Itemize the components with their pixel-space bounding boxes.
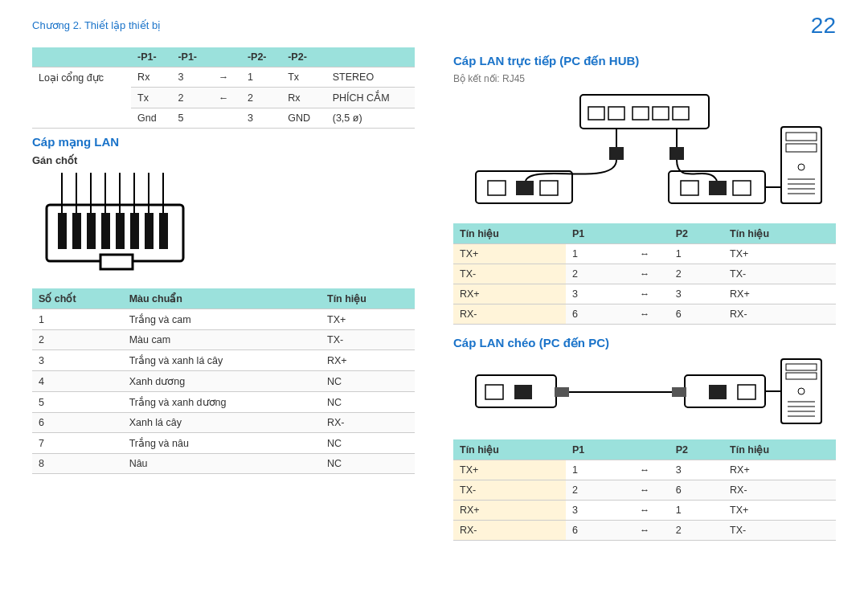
svg-rect-43 (485, 385, 503, 399)
breadcrumb: Chương 2. Thiết lập thiết bị (32, 19, 836, 31)
sig-cell: 6 (669, 304, 723, 325)
svg-rect-53 (786, 373, 817, 379)
t1-cell: Tx (131, 88, 171, 108)
t1-cell: 1 (241, 67, 281, 88)
sig-cell: RX- (723, 480, 836, 501)
svg-rect-21 (633, 107, 649, 120)
sig-cell: RX+ (453, 501, 566, 521)
t1-cell: 3 (171, 67, 211, 88)
sig-cell: ↔ (620, 284, 669, 304)
svg-rect-20 (608, 107, 624, 120)
svg-rect-19 (588, 107, 604, 120)
t1-cell: Tx (281, 67, 326, 88)
sig-header: Tín hiệu (453, 223, 566, 244)
pin-cell: NC (321, 371, 415, 392)
t1-cell: GND (281, 108, 326, 129)
t1-header: -P1- (171, 47, 211, 67)
svg-rect-7 (87, 213, 96, 249)
sig-header: P1 (566, 223, 620, 244)
pin-cell: 8 (32, 454, 123, 474)
svg-rect-27 (488, 181, 506, 195)
t1-header (212, 47, 241, 67)
t1-cell: STEREO (326, 67, 415, 88)
svg-rect-24 (609, 147, 624, 160)
svg-rect-48 (555, 387, 569, 397)
sig-header (620, 439, 669, 460)
sig-cell: 3 (566, 501, 620, 521)
svg-rect-13 (130, 213, 139, 249)
svg-rect-49 (672, 387, 686, 397)
pin-header: Số chốt (32, 288, 123, 309)
pin-cell: Xanh lá cây (123, 413, 321, 433)
pin-cell: NC (321, 454, 415, 474)
sig-cell: 6 (566, 521, 620, 541)
pin-cell: Trắng và cam (123, 309, 321, 330)
sig-cell: RX- (453, 521, 566, 541)
pin-cell: NC (321, 392, 415, 413)
pin-cell: RX- (321, 413, 415, 433)
sig-header: P1 (566, 439, 620, 460)
t1-cell (212, 108, 241, 129)
left-column: -P1--P1--P2--P2- Loại cổng đựcRx3→1TxSTE… (32, 47, 415, 541)
svg-rect-52 (786, 364, 817, 370)
pin-cell: NC (321, 433, 415, 454)
sig-cell: ↔ (620, 521, 669, 541)
t1-cell: → (212, 67, 241, 88)
pin-cell: Màu cam (123, 330, 321, 350)
svg-point-54 (798, 388, 805, 394)
row-group-label: Loại cổng đực (32, 67, 131, 129)
sig-cell: 2 (669, 521, 723, 541)
t1-header: -P1- (131, 47, 171, 67)
pin-cell: 1 (32, 309, 123, 330)
svg-rect-29 (516, 181, 534, 195)
t1-header (326, 47, 415, 67)
svg-rect-28 (540, 181, 558, 195)
sig-cell: RX- (723, 304, 836, 325)
svg-rect-46 (738, 385, 755, 399)
sig-cell: 1 (566, 460, 620, 480)
svg-rect-36 (786, 144, 817, 152)
svg-rect-1 (100, 255, 133, 269)
sig-cell: TX- (453, 480, 566, 501)
sig-cell: 6 (566, 304, 620, 325)
direct-lan-title: Cáp LAN trực tiếp (PC đến HUB) (453, 54, 836, 68)
t1-header (32, 47, 131, 67)
t1-header: -P2- (281, 47, 326, 67)
sig-cell: RX+ (723, 460, 836, 480)
svg-rect-3 (58, 213, 67, 249)
sig-cell: RX+ (453, 284, 566, 304)
sig-cell: 3 (566, 284, 620, 304)
sig-cell: TX- (723, 264, 836, 284)
svg-rect-32 (733, 181, 751, 195)
svg-rect-33 (709, 181, 727, 195)
pc-to-pc-diagram-icon (453, 355, 836, 430)
svg-rect-17 (159, 213, 168, 249)
pin-cell: Trắng và nâu (123, 433, 321, 454)
sig-cell: RX+ (723, 284, 836, 304)
t1-cell: 2 (171, 88, 211, 108)
svg-point-37 (798, 164, 805, 170)
pin-cell: 2 (32, 330, 123, 350)
sig-cell: TX+ (723, 501, 836, 521)
pc-to-hub-diagram-icon (453, 91, 836, 214)
sig-cell: 3 (669, 284, 723, 304)
sig-cell: TX+ (453, 244, 566, 264)
page-number: 22 (811, 13, 836, 39)
sig-header: P2 (669, 223, 723, 244)
sig-header: P2 (669, 439, 723, 460)
sig-header: Tín hiệu (723, 223, 836, 244)
sig-cell: ↔ (620, 501, 669, 521)
sig-cell: ↔ (620, 264, 669, 284)
pin-cell: 6 (32, 413, 123, 433)
sig-cell: ↔ (620, 304, 669, 325)
sig-cell: 2 (669, 264, 723, 284)
svg-rect-15 (145, 213, 154, 249)
pin-cell: 3 (32, 350, 123, 371)
svg-rect-47 (709, 385, 727, 399)
pin-header: Tín hiệu (321, 288, 415, 309)
pin-cell: TX+ (321, 309, 415, 330)
sig-cell: TX+ (453, 460, 566, 480)
svg-rect-11 (116, 213, 125, 249)
sig-cell: TX- (453, 264, 566, 284)
rj45-jack-icon (32, 173, 415, 277)
